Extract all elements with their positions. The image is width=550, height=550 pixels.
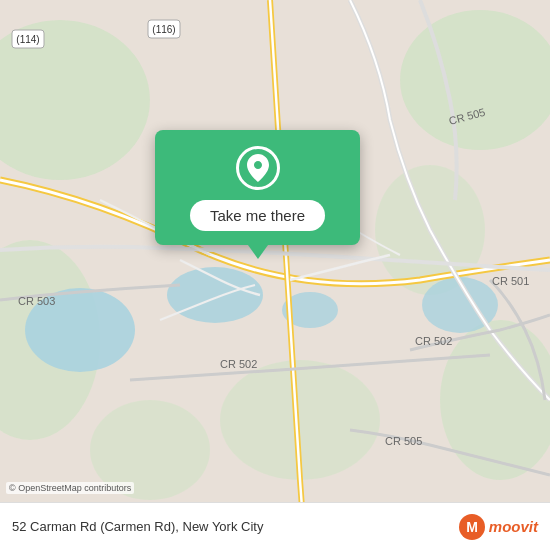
svg-point-9 [167,267,263,323]
location-pin-icon [236,146,280,190]
take-me-there-button[interactable]: Take me there [190,200,325,231]
map-container: CR 505 CR 503 CR 502 CR 502 CR 505 CR 50… [0,0,550,550]
svg-text:(116): (116) [152,24,175,35]
osm-attribution: © OpenStreetMap contributors [6,482,134,494]
svg-text:CR 503: CR 503 [18,295,55,307]
map-background: CR 505 CR 503 CR 502 CR 502 CR 505 CR 50… [0,0,550,550]
svg-text:CR 505: CR 505 [385,435,422,447]
moovit-logo-icon: M [459,514,485,540]
moovit-wordmark: moovit [489,518,538,535]
address-text: 52 Carman Rd (Carmen Rd), New York City [12,519,263,534]
moovit-logo: M moovit [459,514,538,540]
svg-text:M: M [466,519,478,535]
svg-text:CR 502: CR 502 [415,335,452,347]
svg-text:(114): (114) [16,34,39,45]
tooltip-card: Take me there [155,130,360,245]
bottom-bar: 52 Carman Rd (Carmen Rd), New York City … [0,502,550,550]
svg-text:CR 501: CR 501 [492,275,529,287]
svg-text:CR 502: CR 502 [220,358,257,370]
